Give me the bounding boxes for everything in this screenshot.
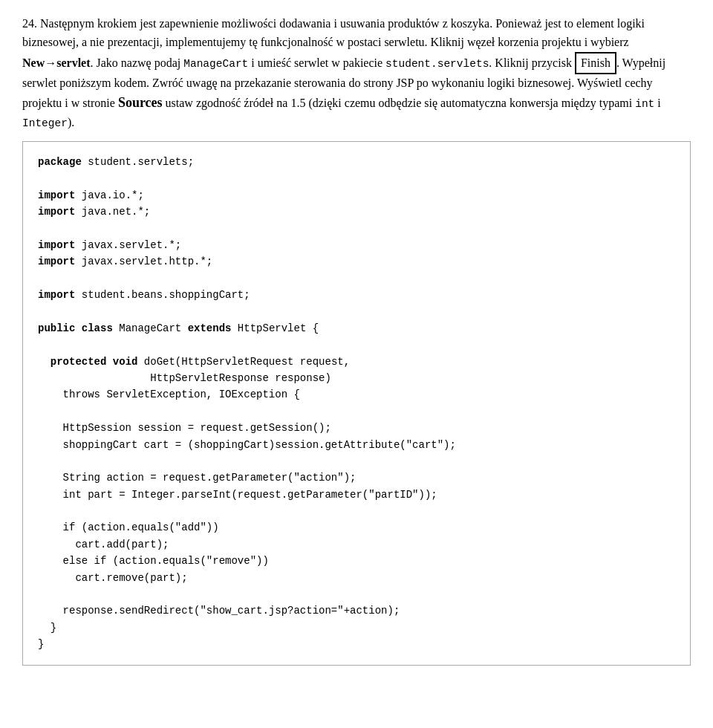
import-kw-1: import: [38, 189, 75, 201]
code-block: package student.servlets; import java.io…: [22, 141, 691, 666]
word-to: to: [564, 17, 573, 30]
servlet-keyword: servlet: [56, 56, 90, 69]
managecart-code: ManageCart: [183, 58, 248, 70]
import-kw-4: import: [38, 256, 75, 267]
public-class-kw: public class: [38, 322, 113, 334]
finish-button-label: Finish: [575, 52, 616, 75]
int-code: int: [635, 98, 654, 110]
main-content: 24. Następnym krokiem jest zapewnienie m…: [22, 15, 691, 666]
new-keyword: New: [22, 56, 45, 69]
import-kw-2: import: [38, 206, 75, 218]
sources-keyword: Sources: [118, 95, 163, 110]
import-kw-5: import: [38, 289, 75, 301]
import-kw-3: import: [38, 239, 75, 251]
extends-kw: extends: [188, 322, 232, 334]
integer-code: Integer: [22, 117, 68, 129]
protected-void-kw: protected void: [51, 356, 138, 368]
paragraph-1: 24. Następnym krokiem jest zapewnienie m…: [22, 15, 691, 132]
package-kw: package: [38, 156, 82, 168]
description-text: 24. Następnym krokiem jest zapewnienie m…: [22, 15, 691, 132]
package-code: student.servlets: [385, 58, 489, 70]
arrow-symbol: →: [45, 56, 56, 69]
